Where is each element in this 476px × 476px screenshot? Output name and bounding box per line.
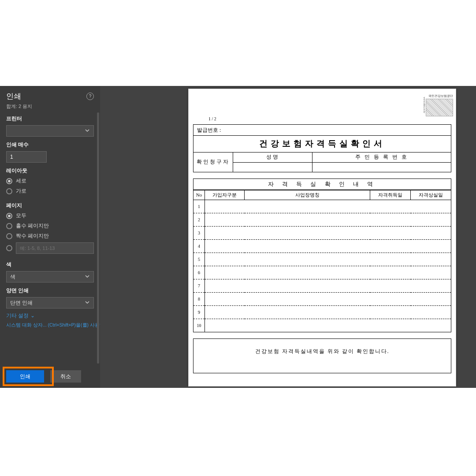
pages-even-option[interactable]: 짝수 페이지만 bbox=[6, 232, 94, 240]
row-no: 4 bbox=[193, 239, 205, 253]
system-dialog-hint[interactable]: 시스템 대화 상자... (Ctrl+Shift+P)을(를) 사용하여 bbox=[0, 322, 100, 328]
row-no: 1 bbox=[193, 200, 205, 213]
radio-icon bbox=[6, 233, 12, 239]
radio-icon bbox=[6, 223, 12, 229]
pages-custom-input[interactable] bbox=[16, 242, 94, 254]
radio-icon bbox=[6, 188, 12, 194]
table-row: 2 bbox=[193, 213, 451, 226]
print-settings-sidebar: 인쇄 ? 합계: 2 용지 프린터 인쇄 매수 레이아웃 세로 가로 bbox=[0, 86, 100, 388]
pages-even-label: 짝수 페이지만 bbox=[16, 232, 49, 240]
preview-page: 1 / 2 국민건강보험공단 www.nhis.or.kr 발급번호 : 건강보… bbox=[188, 89, 456, 387]
copies-label: 인쇄 매수 bbox=[6, 141, 94, 149]
layout-landscape-option[interactable]: 가로 bbox=[6, 187, 94, 195]
radio-icon bbox=[6, 245, 12, 251]
chevron-down-icon bbox=[85, 128, 90, 134]
chevron-down-icon: ⌄ bbox=[30, 312, 35, 319]
row-no: 10 bbox=[193, 319, 205, 332]
row-no: 6 bbox=[193, 266, 205, 279]
row-no: 9 bbox=[193, 305, 205, 319]
row-no: 8 bbox=[193, 292, 205, 305]
printer-select[interactable] bbox=[6, 125, 94, 137]
color-value: 색 bbox=[10, 274, 15, 280]
dialog-button-row: 인쇄 취소 bbox=[0, 366, 100, 388]
requester-table: 확인청구자 성명 주 민 등 록 번 호 bbox=[193, 152, 451, 172]
color-select[interactable]: 색 bbox=[6, 271, 94, 283]
table-row: 9 bbox=[193, 305, 451, 319]
layout-portrait-option[interactable]: 세로 bbox=[6, 177, 94, 185]
total-pages: 합계: 2 용지 bbox=[6, 103, 94, 110]
color-label: 색 bbox=[6, 261, 94, 268]
name-value bbox=[233, 162, 312, 172]
row-no: 3 bbox=[193, 226, 205, 239]
printer-label: 프린터 bbox=[6, 115, 94, 123]
row-no: 7 bbox=[193, 279, 205, 292]
sidebar-scrollbar[interactable] bbox=[97, 112, 99, 364]
pages-odd-label: 홀수 페이지만 bbox=[16, 222, 49, 230]
table-row: 5 bbox=[193, 253, 451, 266]
stamp-org: 국민건강보험공단 bbox=[428, 94, 453, 98]
row-no: 2 bbox=[193, 213, 205, 226]
table-row: 4 bbox=[193, 239, 451, 253]
issuer-stamp: 국민건강보험공단 www.nhis.or.kr bbox=[422, 92, 453, 116]
cancel-button[interactable]: 취소 bbox=[50, 370, 81, 383]
layout-portrait-label: 세로 bbox=[16, 177, 26, 185]
layout-label: 레이아웃 bbox=[6, 167, 94, 175]
rrn-value bbox=[312, 162, 451, 172]
document-body: 발급번호 : 건강보험자격득실확인서 확인청구자 성명 주 민 등 록 번 호 bbox=[193, 124, 451, 373]
copies-input[interactable] bbox=[6, 151, 47, 163]
duplex-value: 단면 인쇄 bbox=[10, 300, 33, 306]
help-icon[interactable]: ? bbox=[86, 93, 94, 100]
chevron-down-icon bbox=[85, 274, 90, 280]
col-acquire: 자격취득일 bbox=[370, 190, 411, 200]
history-title: 자 격 득 실 확 인 내 역 bbox=[193, 178, 451, 190]
requester-label: 확인청구자 bbox=[193, 152, 233, 172]
page-indicator: 1 / 2 bbox=[208, 116, 216, 121]
stamp-pattern-icon bbox=[426, 99, 453, 116]
history-table: No 가입자구분 사업장명칭 자격취득일 자격상실일 12345678910 bbox=[193, 190, 451, 332]
pages-custom-option[interactable] bbox=[6, 242, 94, 254]
print-button[interactable]: 인쇄 bbox=[6, 370, 44, 383]
layout-landscape-label: 가로 bbox=[16, 187, 26, 195]
dialog-title: 인쇄 bbox=[6, 91, 21, 101]
issue-number-row: 발급번호 : bbox=[193, 124, 451, 136]
pages-all-option[interactable]: 모두 bbox=[6, 212, 94, 219]
table-row: 7 bbox=[193, 279, 451, 292]
col-workplace: 사업장명칭 bbox=[245, 190, 370, 200]
col-no: No bbox=[193, 190, 205, 200]
table-row: 10 bbox=[193, 319, 451, 332]
pages-all-label: 모두 bbox=[16, 212, 26, 219]
confirmation-text: 건강보험 자격득실내역을 위와 같이 확인합니다. bbox=[193, 338, 451, 373]
rrn-label: 주 민 등 록 번 호 bbox=[312, 152, 451, 162]
row-no: 5 bbox=[193, 253, 205, 266]
table-row: 3 bbox=[193, 226, 451, 239]
print-dialog-window: 인쇄 ? 합계: 2 용지 프린터 인쇄 매수 레이아웃 세로 가로 bbox=[0, 86, 476, 388]
stamp-url: www.nhis.or.kr bbox=[423, 97, 426, 113]
chevron-down-icon bbox=[85, 300, 90, 306]
col-type: 가입자구분 bbox=[205, 190, 245, 200]
radio-icon bbox=[6, 213, 12, 219]
pages-odd-option[interactable]: 홀수 페이지만 bbox=[6, 222, 94, 230]
document-title: 건강보험자격득실확인서 bbox=[193, 136, 451, 152]
pages-label: 페이지 bbox=[6, 202, 94, 209]
duplex-label: 양면 인쇄 bbox=[6, 287, 94, 294]
table-row: 6 bbox=[193, 266, 451, 279]
table-row: 8 bbox=[193, 292, 451, 305]
more-settings-link[interactable]: 기타 설정 ⌄ bbox=[0, 309, 41, 322]
print-preview-area: 1 / 2 국민건강보험공단 www.nhis.or.kr 발급번호 : 건강보… bbox=[100, 86, 476, 388]
table-row: 1 bbox=[193, 200, 451, 213]
radio-icon bbox=[6, 178, 12, 184]
duplex-select[interactable]: 단면 인쇄 bbox=[6, 297, 94, 309]
name-label: 성명 bbox=[233, 152, 312, 162]
col-lose: 자격상실일 bbox=[411, 190, 451, 200]
